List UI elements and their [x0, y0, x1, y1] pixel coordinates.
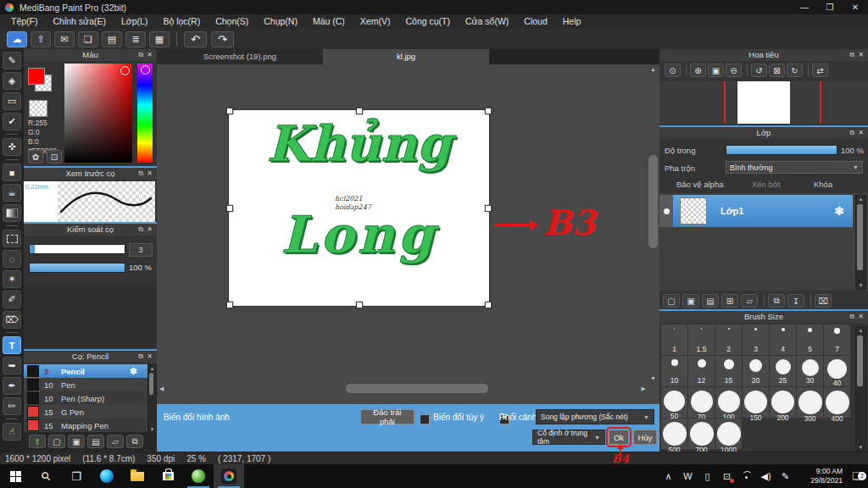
tray-volume-icon[interactable]: ◀) [756, 471, 776, 482]
tray-chevron-icon[interactable]: ∧ [659, 471, 678, 482]
layer-settings-icon[interactable]: ✽ [834, 204, 844, 218]
reset-rotation-icon[interactable]: ⊠ [769, 64, 785, 77]
medibang-app[interactable] [214, 464, 244, 488]
zoom-out-icon[interactable]: ⊖ [726, 64, 742, 77]
panel-close-icon[interactable]: ✕ [858, 49, 864, 61]
brush-size-cell[interactable]: 5 [797, 324, 823, 355]
minimize-button[interactable]: — [792, 3, 817, 12]
brush-duplicate-icon[interactable]: ⧉ [126, 435, 143, 448]
brush-item[interactable]: 3Pencil✽ [24, 364, 147, 378]
cancel-button[interactable]: Hủy [633, 430, 657, 445]
tab-document-1[interactable]: Screenshot (19).png [157, 49, 323, 64]
panel-popout-icon[interactable]: ⧉ [849, 49, 854, 61]
tool-measure[interactable]: ✏ [3, 397, 21, 415]
menu-item[interactable]: Chọn(S) [208, 14, 256, 29]
interpolation-dropdown[interactable]: Song lập phương (Sắc nét)▼ [536, 409, 654, 424]
tool-select-eraser[interactable]: ⌦ [3, 311, 21, 329]
tool-gradient[interactable] [3, 204, 21, 222]
transparent-color-swatch[interactable] [29, 100, 47, 117]
start-button[interactable] [0, 464, 31, 488]
opacity-slider[interactable] [726, 145, 837, 155]
layer-row[interactable]: Lớp1 ✽ [659, 195, 853, 227]
menu-item[interactable]: Chụp(N) [256, 14, 305, 29]
new-8bit-layer-icon[interactable]: ▣ [682, 294, 699, 308]
brush-size-cell[interactable]: 40 [824, 356, 850, 386]
brush-size-cell[interactable]: 20 [743, 356, 769, 386]
panel-close-icon[interactable]: ✕ [858, 311, 864, 323]
selection-handle[interactable] [356, 108, 363, 114]
fit-screen-icon[interactable]: ▣ [708, 64, 724, 77]
saturation-value-picker[interactable] [64, 64, 132, 163]
tool-lasso[interactable]: ◌ [3, 250, 21, 268]
delete-layer-icon[interactable]: ⌧ [815, 294, 832, 308]
menu-item[interactable]: Cloud [516, 14, 554, 29]
panel-popout-icon[interactable]: ⧉ [849, 311, 854, 323]
anchor-dropdown[interactable]: Cố định ở trung tâm▼ [532, 430, 605, 445]
rotate-right-icon[interactable]: ↻ [787, 64, 803, 77]
brush-size-cell[interactable]: 100 [715, 387, 742, 418]
panel-popout-icon[interactable]: ⧉ [849, 127, 854, 139]
brush-list-scrollbar[interactable]: ▲ ▼ [147, 364, 157, 434]
menu-item[interactable]: Màu (C) [305, 14, 353, 29]
selection-handle[interactable] [485, 302, 492, 308]
document-icon[interactable]: ▤ [102, 31, 122, 47]
new-1bit-layer-icon[interactable]: ▤ [702, 294, 719, 308]
brush-item[interactable]: 10Pen [24, 378, 147, 391]
tool-bucket[interactable]: ☕ [3, 184, 21, 202]
zoom-in-icon[interactable]: ⊕ [690, 64, 706, 77]
menu-item[interactable]: Công cụ(T) [398, 14, 458, 29]
panel-popout-icon[interactable]: ⧉ [138, 168, 143, 180]
tool-brush[interactable]: ✎ [3, 52, 21, 69]
taskbar-clock[interactable]: 9:00 AM 29/8/2021 [798, 467, 843, 485]
brush-size-cell[interactable]: 25 [770, 356, 796, 386]
zoom-actual-icon[interactable]: ⊙ [665, 64, 681, 77]
file-explorer-app[interactable] [122, 464, 153, 488]
tool-hand[interactable]: ☝ [3, 423, 21, 441]
store-app[interactable] [153, 464, 183, 488]
tray-wifi-icon[interactable] [737, 471, 756, 481]
brush-from-image-icon[interactable]: ▣ [68, 435, 85, 448]
brush-size-cell[interactable]: 300 [797, 387, 823, 418]
brush-size-cell[interactable]: 150 [743, 387, 769, 418]
green-app[interactable] [183, 464, 214, 488]
artboard[interactable]: Khủng Long hcl2021hoidap247 [229, 110, 489, 306]
brush-size-cell[interactable]: 200 [770, 387, 796, 418]
brush-size-value[interactable]: 3 [129, 243, 153, 257]
selection-handle[interactable] [356, 302, 363, 308]
tray-battery-icon[interactable]: ▯ [698, 471, 717, 482]
brush-size-cell[interactable]: 500 [661, 419, 687, 449]
tray-w-icon[interactable]: W [678, 471, 698, 481]
brush-size-slider[interactable] [29, 244, 125, 254]
tray-pen-icon[interactable]: ✎ [776, 471, 795, 482]
tool-text[interactable]: T [3, 336, 21, 354]
layer-visibility-toggle[interactable] [659, 195, 673, 227]
new-layer-icon[interactable]: ▢ [663, 294, 680, 308]
ok-button[interactable]: Ok [609, 430, 629, 445]
tool-magic-wand[interactable]: ✶ [3, 270, 21, 288]
menu-item[interactable]: Lớp(L) [114, 14, 155, 29]
tool-operation[interactable]: ➥ [3, 357, 21, 374]
panel-close-icon[interactable]: ✕ [858, 127, 864, 139]
vertical-scrollbar[interactable]: ▲ ▼ [648, 66, 659, 381]
selection-handle[interactable] [226, 302, 233, 308]
tool-select-pen[interactable]: ✐ [3, 291, 21, 308]
maximize-button[interactable]: ❐ [817, 3, 843, 12]
brush-size-scrollbar[interactable]: ▲ ▼ [855, 326, 866, 452]
new-brush-icon[interactable]: ▢ [48, 435, 65, 448]
menu-item[interactable]: Xem(V) [353, 14, 398, 29]
comment-icon[interactable]: ❏ [78, 31, 98, 47]
add-layer-icon[interactable]: ⊞ [721, 294, 738, 308]
panel-close-icon[interactable]: ✕ [147, 49, 153, 61]
undo-icon[interactable]: ↶ [184, 31, 207, 47]
export-icon[interactable]: ⇧ [31, 31, 51, 47]
horizontal-scrollbar[interactable]: ◀ ▶ [159, 383, 646, 394]
brush-size-cell[interactable]: 1 [661, 324, 687, 355]
tool-eyedropper[interactable]: ✒ [3, 377, 21, 395]
notification-center-button[interactable]: ❏2 [846, 470, 868, 482]
brush-size-cell[interactable]: 10 [661, 356, 687, 386]
selection-handle[interactable] [485, 108, 492, 114]
brush-item[interactable]: 10Pen (Sharp) [24, 391, 147, 405]
navigator-preview[interactable] [659, 81, 868, 124]
brush-opacity-slider[interactable] [29, 263, 125, 273]
tab-document-2[interactable]: kl.jpg [323, 49, 489, 64]
